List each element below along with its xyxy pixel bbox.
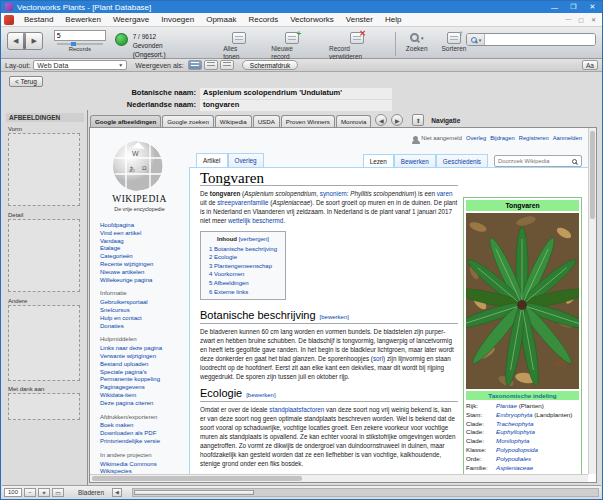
- minimize-button[interactable]: —: [545, 1, 564, 13]
- wiki-nav-link[interactable]: Speciale pagina's: [100, 369, 188, 377]
- menu-item-help[interactable]: Help: [379, 15, 407, 24]
- view-list-button[interactable]: [204, 60, 218, 70]
- record-slider[interactable]: [57, 43, 103, 45]
- webview-horizontal-scrollbar[interactable]: [90, 474, 588, 482]
- menu-item-venster[interactable]: Venster: [340, 15, 379, 24]
- wiki-nav-link[interactable]: Hoofdpagina: [100, 222, 188, 230]
- wiki-nav-link[interactable]: Downloaden als PDF: [100, 430, 188, 438]
- find-button[interactable]: ▾ Zoeken: [406, 30, 428, 53]
- wiki-search-input[interactable]: [495, 158, 572, 164]
- hide-statusbar-button[interactable]: ▭: [52, 488, 64, 497]
- wikipedia-globe-logo[interactable]: W Ω あ: [112, 140, 164, 192]
- maximize-button[interactable]: ❐: [564, 1, 583, 13]
- view-table-button[interactable]: [220, 60, 234, 70]
- tab-monrovia[interactable]: Monrovia: [336, 115, 371, 127]
- quick-find-icon[interactable]: ▾: [467, 34, 485, 45]
- scrollbar-thumb[interactable]: [92, 476, 302, 481]
- toc-item[interactable]: 1 Botanische beschrijving: [209, 245, 277, 254]
- mdi-minimize-icon[interactable]: —: [565, 16, 571, 23]
- found-set-pie-icon[interactable]: [115, 33, 128, 46]
- toc-item[interactable]: 4 Voorkomen: [209, 270, 277, 279]
- zoom-in-button[interactable]: ✦: [38, 488, 50, 497]
- wiki-link[interactable]: streepvarenfamilie: [217, 199, 268, 206]
- edit-link[interactable]: [bewerken]: [320, 314, 349, 320]
- browser-forward-button[interactable]: ▶: [391, 114, 403, 126]
- image-slot[interactable]: [8, 133, 80, 206]
- toc-item[interactable]: 6 Externe links: [209, 288, 277, 297]
- wiki-nav-link[interactable]: Bestand uploaden: [100, 361, 188, 369]
- delete-record-button[interactable]: ✕ Record verwijderen: [329, 30, 385, 61]
- wiki-nav-link[interactable]: Donaties: [100, 323, 188, 331]
- edit-link[interactable]: [bewerken]: [246, 392, 275, 398]
- mode-selector[interactable]: Bladeren: [78, 489, 104, 496]
- wiki-nav-link[interactable]: Links naar deze pagina: [100, 345, 188, 353]
- toc-item[interactable]: 3 Plantengemeenschap: [209, 262, 277, 271]
- toc-item[interactable]: 5 Afbeeldingen: [209, 279, 277, 288]
- scrollbar-thumb[interactable]: [134, 490, 254, 495]
- taxobox-section-header[interactable]: Taxonomische indeling: [466, 391, 579, 400]
- back-button[interactable]: < Terug: [9, 76, 43, 87]
- taxon-link[interactable]: Tracheophyta: [496, 420, 533, 427]
- wiki-nav-link[interactable]: Wikimedia Commons: [100, 461, 188, 469]
- image-slot[interactable]: [8, 219, 80, 292]
- wiki-nav-link[interactable]: Recente wijzigingen: [100, 261, 188, 269]
- taxon-link[interactable]: Polypodiopsida: [496, 446, 538, 453]
- previous-record-button[interactable]: ◀: [8, 33, 23, 49]
- wiki-nav-link[interactable]: Wikidata-item: [100, 392, 188, 400]
- view-form-button[interactable]: [188, 60, 202, 70]
- taxon-link[interactable]: Polypodiales: [496, 455, 531, 462]
- menu-item-invoegen[interactable]: Invoegen: [155, 15, 200, 24]
- quick-find-input[interactable]: [485, 34, 595, 45]
- menu-item-records[interactable]: Records: [242, 15, 284, 24]
- menu-item-bewerken[interactable]: Bewerken: [59, 15, 107, 24]
- wiki-nav-link[interactable]: Printvriendelijke versie: [100, 438, 188, 446]
- field-value[interactable]: tongvaren: [200, 100, 392, 111]
- browser-back-button[interactable]: ◀: [375, 114, 387, 126]
- wiki-nav-link[interactable]: Categorieën: [100, 253, 188, 261]
- image-slot[interactable]: [8, 393, 80, 420]
- menu-item-vectorworks[interactable]: Vectorworks: [284, 15, 340, 24]
- next-record-button[interactable]: ▶: [26, 33, 41, 49]
- personal-link-registreren[interactable]: Registreren: [519, 135, 549, 141]
- wiki-tab-bewerken[interactable]: Bewerken: [394, 154, 436, 167]
- browser-go-button[interactable]: ⬆: [412, 114, 424, 126]
- wiki-nav-link[interactable]: Permanente koppeling: [100, 376, 188, 384]
- scroll-left-arrow[interactable]: ◀: [112, 488, 122, 497]
- wiki-link[interactable]: varen: [437, 190, 453, 197]
- wiki-nav-link[interactable]: Willekeurige pagina: [100, 277, 188, 285]
- wiki-tab-artikel[interactable]: Artikel: [196, 153, 228, 167]
- wiki-nav-link[interactable]: Deze pagina citeren: [100, 400, 188, 408]
- wiki-tab-geschiedenis[interactable]: Geschiedenis: [436, 154, 488, 167]
- current-record-input[interactable]: [54, 30, 106, 41]
- mdi-close-icon[interactable]: ✕: [591, 16, 596, 23]
- new-record-button[interactable]: + Nieuwe record: [271, 30, 313, 61]
- taxon-link[interactable]: Monilophyta: [496, 437, 529, 444]
- fern-photo[interactable]: [466, 213, 579, 389]
- formatting-bar-button[interactable]: Aa: [582, 60, 598, 70]
- wiki-nav-link[interactable]: Boek maken: [100, 422, 188, 430]
- wiki-tab-overleg[interactable]: Overleg: [228, 153, 264, 167]
- close-button[interactable]: ✕: [583, 1, 602, 13]
- wiki-nav-link[interactable]: Gebruikersportaal: [100, 299, 188, 307]
- wiki-nav-link[interactable]: Snelcursus: [100, 307, 188, 315]
- mdi-restore-icon[interactable]: ▢: [578, 16, 584, 23]
- personal-link-bijdragen[interactable]: Bijdragen: [490, 135, 515, 141]
- wiki-link[interactable]: synoniem: [320, 190, 347, 197]
- show-all-button[interactable]: Alles tonen: [223, 30, 255, 61]
- wiki-tab-lezen[interactable]: Lezen: [363, 154, 394, 167]
- wiki-nav-link[interactable]: Vandaag: [100, 238, 188, 246]
- wiki-link[interactable]: sori: [373, 355, 383, 362]
- search-icon[interactable]: [572, 159, 577, 164]
- personal-link-overleg[interactable]: Overleg: [466, 135, 486, 141]
- bottom-scrollbar[interactable]: [132, 488, 599, 497]
- toc-hide-link[interactable]: [verbergen]: [239, 236, 269, 242]
- webview-vertical-scrollbar[interactable]: [588, 128, 596, 474]
- tab-usda[interactable]: USDA: [253, 115, 280, 127]
- personal-link-aanmelden[interactable]: Aanmelden: [553, 135, 582, 141]
- wiki-nav-link[interactable]: Etalage: [100, 245, 188, 253]
- wiki-link[interactable]: wettelijk beschermd: [228, 217, 283, 224]
- zoom-out-button[interactable]: −: [24, 488, 36, 497]
- record-slider-thumb[interactable]: [71, 42, 76, 46]
- taxon-link[interactable]: Aspleniaceae: [496, 464, 533, 471]
- menu-item-opmaak[interactable]: Opmaak: [200, 15, 242, 24]
